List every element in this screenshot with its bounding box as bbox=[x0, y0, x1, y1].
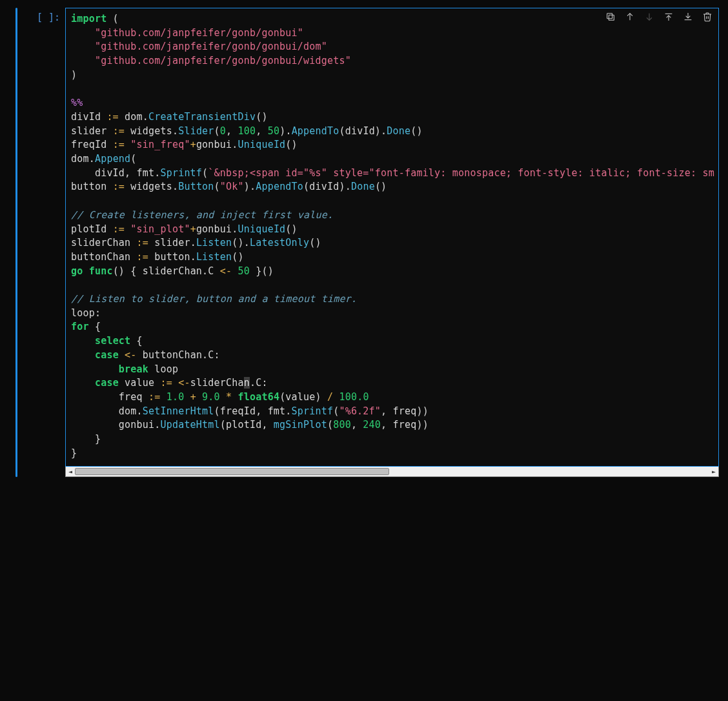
insert-below-icon bbox=[683, 12, 693, 22]
horizontal-scrollbar[interactable]: ◄ ► bbox=[65, 467, 719, 477]
code-text[interactable]: import ( "github.com/janpfeifer/gonb/gon… bbox=[71, 12, 713, 461]
code-editor[interactable]: import ( "github.com/janpfeifer/gonb/gon… bbox=[65, 8, 719, 467]
insert-above-icon bbox=[663, 12, 674, 22]
insert-cell-below-button[interactable] bbox=[682, 11, 694, 23]
delete-cell-button[interactable] bbox=[702, 11, 713, 23]
code-cell: [ ]: bbox=[15, 8, 719, 477]
scroll-right-button[interactable]: ► bbox=[709, 467, 718, 476]
duplicate-cell-button[interactable] bbox=[605, 11, 616, 23]
arrow-up-icon bbox=[625, 12, 635, 22]
duplicate-icon bbox=[605, 12, 616, 22]
move-cell-up-button[interactable] bbox=[624, 11, 636, 23]
svg-rect-0 bbox=[609, 15, 614, 20]
insert-cell-above-button[interactable] bbox=[663, 11, 674, 23]
notebook-viewport: [ ]: bbox=[0, 0, 728, 701]
arrow-down-icon bbox=[644, 12, 654, 22]
execution-prompt: [ ]: bbox=[23, 8, 65, 477]
svg-rect-1 bbox=[607, 14, 612, 19]
trash-icon bbox=[702, 12, 713, 22]
code-area-wrapper: import ( "github.com/janpfeifer/gonb/gon… bbox=[65, 8, 719, 477]
scroll-thumb[interactable] bbox=[75, 468, 389, 475]
scroll-left-button[interactable]: ◄ bbox=[66, 467, 75, 476]
move-cell-down-button[interactable] bbox=[643, 11, 655, 23]
cell-run-indicator bbox=[15, 8, 17, 477]
cell-toolbar bbox=[605, 11, 713, 23]
